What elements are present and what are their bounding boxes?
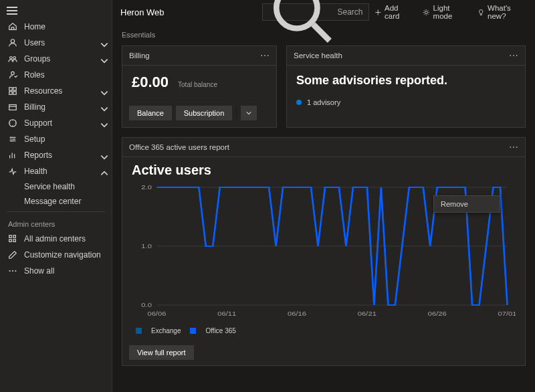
pencil-icon [8, 250, 17, 260]
light-mode-label: Light mode [433, 4, 464, 20]
svg-point-11 [11, 137, 12, 138]
sidebar-item-label: Resources [24, 86, 62, 96]
view-full-report-button[interactable]: View full report [129, 345, 194, 360]
svg-text:06/16: 06/16 [288, 310, 306, 317]
svg-rect-7 [13, 92, 16, 94]
whats-new-button[interactable]: What's new? [472, 1, 528, 23]
sidebar-item-users[interactable]: Users [0, 35, 112, 51]
sidebar-item-reports[interactable]: Reports [0, 147, 112, 163]
sidebar-subitem-message-center[interactable]: Message center [0, 194, 112, 209]
sidebar-item-setup[interactable]: Setup [0, 131, 112, 147]
svg-point-13 [11, 140, 12, 142]
balance-button[interactable]: Balance [129, 106, 172, 120]
sidebar-admin-all-admin-centers[interactable]: All admin centers [0, 231, 112, 247]
chevron-down-icon [100, 40, 109, 50]
chevron-down-icon [100, 56, 109, 66]
sidebar-item-health[interactable]: Health [0, 163, 112, 179]
sidebar-item-label: Reports [24, 151, 52, 160]
sidebar-item-label: Roles [24, 70, 45, 80]
service-health-title: Service health [294, 52, 342, 60]
svg-point-12 [13, 138, 15, 140]
roles-icon [8, 70, 17, 80]
active-users-card: Office 365 active users report ⋯ Active … [122, 137, 526, 366]
svg-text:06/06: 06/06 [147, 310, 166, 317]
admin-centers-label: Admin centers [0, 215, 112, 231]
setup-icon [8, 134, 17, 144]
remove-menu-item[interactable]: Remove [433, 195, 500, 213]
sidebar-item-home[interactable]: Home [0, 19, 112, 35]
status-dot-icon [296, 100, 302, 105]
support-icon [8, 118, 17, 128]
app-title: Heron Web [112, 7, 262, 17]
svg-rect-5 [13, 88, 16, 90]
search-input[interactable]: Search [262, 3, 369, 21]
svg-point-23 [15, 270, 16, 272]
chart-title: Active users [122, 157, 525, 181]
billing-amount: £0.00 [132, 74, 169, 91]
billing-icon [8, 102, 17, 112]
advisory-row[interactable]: 1 advisory [296, 98, 516, 106]
legend-swatch-exchange [136, 328, 142, 334]
svg-rect-19 [9, 239, 12, 242]
service-health-menu-icon[interactable]: ⋯ [509, 53, 518, 58]
svg-point-28 [425, 11, 427, 13]
menu-toggle-icon[interactable] [7, 7, 17, 15]
billing-card-title: Billing [129, 52, 150, 60]
legend-label-o365: Office 365 [205, 327, 235, 334]
svg-line-36 [428, 10, 429, 11]
light-mode-button[interactable]: Light mode [417, 1, 469, 23]
chart-legend: Exchange Office 365 [122, 327, 525, 340]
reports-icon [8, 151, 17, 160]
sidebar-item-support[interactable]: Support [0, 115, 112, 131]
sidebar-item-label: Support [24, 118, 52, 128]
sun-icon [423, 8, 430, 17]
remove-label: Remove [441, 200, 468, 208]
advisory-label: 1 advisory [307, 98, 340, 106]
add-card-button[interactable]: Add card [369, 1, 415, 23]
svg-text:06/11: 06/11 [217, 310, 236, 317]
svg-point-3 [11, 72, 14, 74]
active-users-card-header: Office 365 active users report [129, 143, 229, 151]
sidebar-item-label: Home [24, 22, 45, 31]
grid-icon [8, 234, 17, 243]
legend-swatch-o365 [190, 328, 196, 334]
essentials-label: Essentials [122, 31, 526, 39]
active-users-menu-icon[interactable]: ⋯ [509, 144, 518, 150]
health-icon [8, 167, 17, 176]
sidebar-item-label: Health [24, 167, 47, 176]
sidebar-divider [7, 211, 105, 212]
subscription-button[interactable]: Subscription [176, 106, 233, 120]
svg-text:07/01: 07/01 [498, 310, 516, 317]
svg-text:1.0: 1.0 [141, 243, 152, 250]
sidebar-item-billing[interactable]: Billing [0, 99, 112, 115]
svg-point-1 [10, 57, 13, 60]
chevron-down-icon [100, 120, 109, 130]
sidebar-admin-customize-navigation[interactable]: Customize navigation [0, 247, 112, 263]
svg-line-33 [424, 10, 425, 11]
sidebar-admin-show-all[interactable]: Show all [0, 263, 112, 279]
search-placeholder: Search [338, 7, 363, 17]
home-icon [8, 22, 17, 31]
chevron-down-icon [100, 104, 109, 114]
svg-point-0 [11, 39, 14, 43]
sidebar-item-label: All admin centers [24, 234, 86, 243]
user-icon [8, 38, 17, 47]
subscription-dropdown-button[interactable] [241, 106, 257, 120]
sidebar-subitem-service-health[interactable]: Service health [0, 179, 112, 194]
sidebar-item-label: Setup [24, 134, 45, 144]
sidebar-item-resources[interactable]: Resources [0, 83, 112, 99]
svg-rect-17 [9, 235, 12, 238]
sidebar-item-label: Show all [24, 266, 54, 276]
plus-icon [374, 8, 381, 17]
sidebar-item-groups[interactable]: Groups [0, 51, 112, 67]
svg-text:06/21: 06/21 [358, 310, 377, 317]
sidebar: HomeUsersGroupsRolesResourcesBillingSupp… [0, 0, 112, 392]
service-health-card: Service health ⋯ Some advisories reporte… [286, 45, 526, 128]
sidebar-item-roles[interactable]: Roles [0, 67, 112, 83]
resources-icon [8, 86, 17, 96]
svg-rect-18 [13, 235, 16, 238]
lightbulb-icon [477, 8, 485, 17]
group-icon [8, 54, 17, 64]
billing-card-menu-icon[interactable]: ⋯ [260, 53, 270, 58]
svg-point-21 [9, 270, 11, 272]
